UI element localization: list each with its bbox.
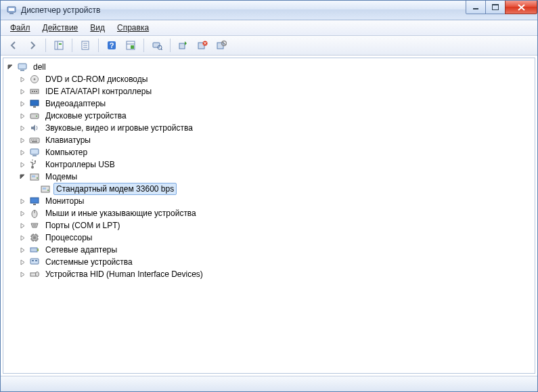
svg-rect-65 — [33, 236, 36, 239]
properties-button[interactable] — [76, 37, 94, 54]
tree-category-hid[interactable]: Устройства HID (Human Interface Devices) — [16, 268, 535, 280]
svg-point-61 — [35, 224, 37, 225]
minimize-button[interactable] — [466, 1, 486, 14]
svg-point-54 — [47, 190, 49, 191]
tree-category-computer[interactable]: Компьютер — [16, 146, 535, 158]
svg-point-51 — [37, 177, 38, 179]
tree-category-cpu[interactable]: Процессоры — [16, 232, 535, 244]
update-driver-button[interactable] — [175, 37, 192, 54]
tree-category-mice[interactable]: Мыши и иные указывающие устройства — [16, 207, 535, 219]
back-button[interactable] — [5, 37, 22, 54]
svg-rect-33 — [34, 91, 35, 92]
forward-button[interactable] — [24, 37, 41, 54]
processor-icon — [29, 232, 40, 243]
svg-rect-74 — [30, 248, 37, 252]
disable-button[interactable] — [212, 37, 230, 54]
expand-icon[interactable] — [18, 136, 26, 144]
collapse-icon[interactable] — [18, 173, 26, 181]
tree-view[interactable]: dell DVD и CD-ROM дисководы IDE ATA/ATAP… — [3, 58, 535, 374]
action-button[interactable] — [122, 37, 139, 54]
expand-icon[interactable] — [18, 234, 26, 242]
svg-rect-18 — [153, 43, 160, 47]
svg-rect-40 — [31, 139, 32, 141]
titlebar[interactable]: Диспетчер устройств — [1, 1, 537, 20]
expand-icon[interactable] — [18, 209, 26, 217]
tree-category-keyboard[interactable]: Клавиатуры — [16, 134, 535, 146]
toolbar-separator — [170, 39, 171, 52]
tree-category-monitors[interactable]: Мониторы — [16, 195, 535, 207]
expand-icon[interactable] — [18, 148, 26, 156]
expand-icon[interactable] — [18, 160, 26, 169]
svg-point-62 — [33, 225, 35, 227]
expand-icon[interactable] — [18, 112, 26, 120]
svg-point-63 — [35, 225, 36, 227]
svg-rect-32 — [32, 91, 33, 92]
expand-icon[interactable] — [18, 87, 26, 95]
collapse-icon[interactable] — [6, 63, 14, 71]
tree-category-ide[interactable]: IDE ATA/ATAPI контроллеры — [16, 85, 535, 97]
svg-rect-46 — [32, 155, 37, 156]
toolbar-separator — [143, 39, 144, 52]
tree-label: DVD и CD-ROM дисководы — [43, 73, 150, 85]
svg-rect-34 — [36, 91, 37, 92]
tree-category-disk[interactable]: Дисковые устройства — [16, 110, 535, 122]
tree-category-modems[interactable]: Модемы — [16, 171, 535, 183]
port-icon — [29, 220, 40, 231]
expand-icon[interactable] — [18, 75, 26, 83]
help-button[interactable]: ? — [103, 37, 120, 54]
svg-rect-2 — [9, 8, 14, 11]
svg-text:?: ? — [110, 41, 114, 49]
tree-root[interactable]: dell — [3, 61, 535, 73]
tree-category-video[interactable]: Видеоадаптеры — [16, 97, 535, 110]
display-adapter-icon — [29, 98, 40, 109]
tree-label: Звуковые, видео и игровые устройства — [43, 122, 196, 134]
menu-view[interactable]: Вид — [85, 22, 110, 34]
svg-point-59 — [32, 224, 34, 225]
svg-rect-3 — [473, 8, 478, 9]
tree-label: Сетевые адаптеры — [43, 244, 120, 256]
tree-category-usb[interactable]: Контроллеры USB — [16, 158, 535, 171]
tree-category-dvd[interactable]: DVD и CD-ROM дисководы — [16, 73, 535, 85]
controller-icon — [29, 86, 40, 97]
tree-label: IDE ATA/ATAPI контроллеры — [43, 85, 154, 97]
expand-icon[interactable] — [18, 258, 26, 266]
menu-help[interactable]: Справка — [112, 22, 154, 34]
scan-hardware-button[interactable] — [148, 37, 166, 54]
mouse-icon — [29, 208, 40, 219]
svg-rect-35 — [30, 100, 39, 106]
svg-rect-79 — [30, 273, 36, 276]
expand-icon[interactable] — [18, 100, 26, 108]
tree-label: Видеоадаптеры — [43, 97, 108, 110]
svg-rect-53 — [43, 188, 46, 190]
svg-rect-44 — [32, 141, 37, 143]
computer-icon — [29, 147, 40, 158]
modem-icon — [40, 183, 51, 194]
network-adapter-icon — [29, 244, 40, 255]
maximize-button[interactable] — [485, 1, 506, 14]
expand-icon[interactable] — [18, 270, 26, 278]
svg-rect-75 — [37, 248, 39, 251]
tree-label: Мониторы — [43, 195, 87, 207]
tree-category-ports[interactable]: Порты (COM и LPT) — [16, 219, 535, 232]
computer-icon — [17, 62, 28, 72]
svg-point-38 — [36, 116, 37, 117]
menu-action[interactable]: Действие — [37, 22, 84, 34]
expand-icon[interactable] — [18, 246, 26, 254]
expand-icon[interactable] — [18, 124, 26, 132]
show-hide-tree-button[interactable] — [50, 37, 68, 54]
tree-category-sysdevices[interactable]: Системные устройства — [16, 256, 535, 268]
svg-rect-77 — [32, 260, 34, 261]
expand-icon[interactable] — [18, 197, 26, 205]
statusbar — [1, 376, 537, 391]
svg-rect-28 — [20, 70, 24, 71]
tree-category-netadapters[interactable]: Сетевые адаптеры — [16, 244, 535, 256]
tree-label: Компьютер — [43, 146, 90, 158]
tree-category-sound[interactable]: Звуковые, видео и игровые устройства — [16, 122, 535, 134]
svg-rect-41 — [33, 139, 35, 141]
close-button[interactable] — [505, 1, 537, 14]
menu-file[interactable]: Файл — [5, 22, 36, 34]
uninstall-button[interactable] — [194, 37, 211, 54]
tree-device-modem-standard[interactable]: Стандартный модем 33600 bps — [28, 183, 535, 195]
keyboard-icon — [29, 135, 40, 146]
expand-icon[interactable] — [18, 221, 26, 230]
